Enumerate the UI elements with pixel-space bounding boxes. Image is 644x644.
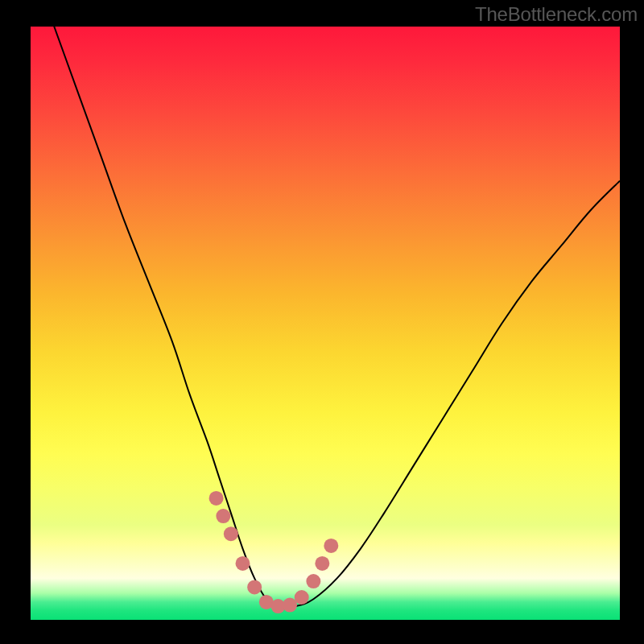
threshold-dot: [247, 580, 262, 594]
watermark-text: TheBottleneck.com: [475, 3, 638, 26]
threshold-dot: [295, 590, 309, 605]
threshold-dot: [306, 574, 320, 588]
threshold-dot: [209, 491, 224, 506]
gradient-background: [31, 27, 620, 620]
threshold-dot: [224, 526, 238, 541]
threshold-dot: [236, 556, 250, 571]
plot-area: [31, 27, 620, 620]
threshold-dot: [315, 556, 329, 571]
plot-svg: [31, 27, 620, 620]
threshold-dot: [324, 539, 338, 553]
threshold-dot: [216, 509, 230, 523]
chart-container: TheBottleneck.com: [0, 0, 644, 644]
